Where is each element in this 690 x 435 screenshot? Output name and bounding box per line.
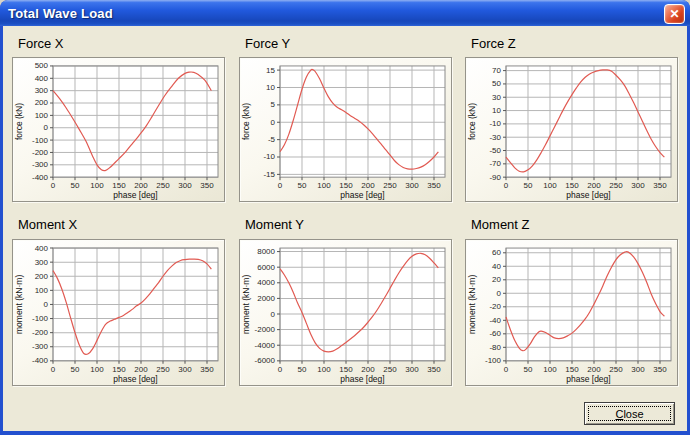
svg-text:force (kN): force (kN) — [467, 103, 477, 140]
close-button-label: Close — [588, 406, 671, 421]
svg-text:-300: -300 — [32, 160, 49, 169]
svg-text:6000: 6000 — [257, 263, 275, 272]
svg-text:-100: -100 — [485, 356, 502, 365]
svg-text:-10: -10 — [263, 153, 275, 162]
chart-canvas-force-z: 70503010-10-30-50-70-9005010015020025030… — [466, 58, 677, 201]
svg-text:150: 150 — [339, 181, 353, 190]
svg-text:350: 350 — [427, 181, 441, 190]
svg-text:150: 150 — [112, 181, 126, 190]
svg-text:4000: 4000 — [257, 278, 275, 287]
svg-text:250: 250 — [383, 181, 397, 190]
svg-text:150: 150 — [565, 181, 579, 190]
svg-text:100: 100 — [317, 365, 331, 374]
title-bar[interactable]: Total Wave Load — [0, 0, 690, 26]
svg-text:250: 250 — [383, 365, 397, 374]
svg-text:moment (kN·m): moment (kN·m) — [14, 275, 24, 335]
total-wave-load-dialog: Total Wave Load ✕ Force X 50040030020010… — [0, 0, 690, 435]
svg-text:100: 100 — [90, 365, 104, 374]
svg-text:70: 70 — [492, 66, 501, 75]
close-icon[interactable]: ✕ — [664, 4, 685, 24]
svg-text:10: 10 — [492, 106, 501, 115]
svg-text:-400: -400 — [32, 356, 49, 365]
svg-text:-70: -70 — [489, 159, 501, 168]
svg-text:350: 350 — [200, 365, 214, 374]
svg-text:50: 50 — [71, 365, 80, 374]
svg-text:500: 500 — [35, 61, 49, 70]
svg-text:300: 300 — [631, 365, 645, 374]
svg-text:0: 0 — [278, 365, 283, 374]
svg-text:-300: -300 — [32, 342, 49, 351]
svg-text:100: 100 — [317, 181, 331, 190]
svg-text:8000: 8000 — [257, 247, 275, 256]
svg-text:200: 200 — [361, 365, 375, 374]
svg-text:250: 250 — [156, 365, 170, 374]
svg-text:100: 100 — [35, 111, 49, 120]
svg-text:-100: -100 — [32, 314, 49, 323]
chart-panel-force-y: 151050-5-10-15050100150200250300350phase… — [239, 57, 452, 202]
svg-text:phase [deg]: phase [deg] — [113, 374, 157, 384]
svg-text:-60: -60 — [489, 329, 501, 338]
svg-text:200: 200 — [35, 272, 49, 281]
svg-text:0: 0 — [504, 181, 509, 190]
svg-text:50: 50 — [524, 365, 533, 374]
close-button[interactable]: Close — [584, 402, 675, 425]
svg-text:0: 0 — [51, 181, 56, 190]
svg-text:350: 350 — [653, 181, 667, 190]
svg-text:50: 50 — [298, 181, 307, 190]
svg-text:250: 250 — [609, 365, 623, 374]
svg-text:5: 5 — [271, 100, 276, 109]
svg-text:300: 300 — [405, 181, 419, 190]
svg-text:300: 300 — [178, 181, 192, 190]
svg-text:phase [deg]: phase [deg] — [340, 374, 384, 384]
svg-text:300: 300 — [631, 181, 645, 190]
svg-text:100: 100 — [90, 181, 104, 190]
chart-panel-moment-y: 80006000400020000-2000-4000-600005010015… — [239, 239, 452, 386]
svg-text:-6000: -6000 — [255, 356, 276, 365]
svg-text:100: 100 — [543, 365, 557, 374]
svg-text:-50: -50 — [489, 146, 501, 155]
svg-text:0: 0 — [497, 289, 502, 298]
svg-text:-2000: -2000 — [255, 325, 276, 334]
svg-text:0: 0 — [271, 118, 276, 127]
svg-text:300: 300 — [178, 365, 192, 374]
chart-panel-moment-x: 4003002001000-100-200-300-40005010015020… — [12, 239, 225, 386]
svg-text:50: 50 — [298, 365, 307, 374]
svg-text:50: 50 — [492, 79, 501, 88]
svg-text:-400: -400 — [32, 173, 49, 182]
svg-text:200: 200 — [361, 181, 375, 190]
chart-title-force-x: Force X — [18, 36, 64, 51]
svg-text:0: 0 — [51, 365, 56, 374]
svg-text:350: 350 — [653, 365, 667, 374]
chart-title-force-y: Force Y — [245, 36, 290, 51]
svg-text:phase [deg]: phase [deg] — [566, 374, 610, 384]
svg-text:200: 200 — [35, 99, 49, 108]
svg-text:200: 200 — [134, 181, 148, 190]
svg-text:350: 350 — [200, 181, 214, 190]
svg-text:-200: -200 — [32, 328, 49, 337]
svg-text:50: 50 — [71, 181, 80, 190]
svg-text:-10: -10 — [489, 119, 501, 128]
svg-text:300: 300 — [35, 86, 49, 95]
svg-text:-20: -20 — [489, 302, 501, 311]
svg-text:0: 0 — [44, 300, 49, 309]
svg-text:100: 100 — [35, 286, 49, 295]
svg-text:-90: -90 — [489, 173, 501, 182]
svg-text:40: 40 — [492, 262, 501, 271]
svg-text:phase [deg]: phase [deg] — [340, 190, 384, 200]
chart-canvas-moment-z: 6040200-20-40-60-80-10005010015020025030… — [466, 240, 677, 385]
chart-panel-moment-z: 6040200-20-40-60-80-10005010015020025030… — [465, 239, 678, 386]
svg-text:-80: -80 — [489, 343, 501, 352]
svg-text:200: 200 — [587, 181, 601, 190]
svg-text:350: 350 — [427, 365, 441, 374]
svg-text:2000: 2000 — [257, 294, 275, 303]
svg-text:-5: -5 — [268, 135, 276, 144]
svg-text:250: 250 — [609, 181, 623, 190]
chart-title-force-z: Force Z — [471, 36, 516, 51]
chart-title-moment-z: Moment Z — [471, 217, 530, 232]
svg-text:300: 300 — [405, 365, 419, 374]
svg-text:-200: -200 — [32, 148, 49, 157]
svg-text:200: 200 — [134, 365, 148, 374]
dialog-client-area: Force X 5004003002001000-100-200-300-400… — [3, 26, 687, 431]
svg-text:50: 50 — [524, 181, 533, 190]
svg-text:0: 0 — [278, 181, 283, 190]
